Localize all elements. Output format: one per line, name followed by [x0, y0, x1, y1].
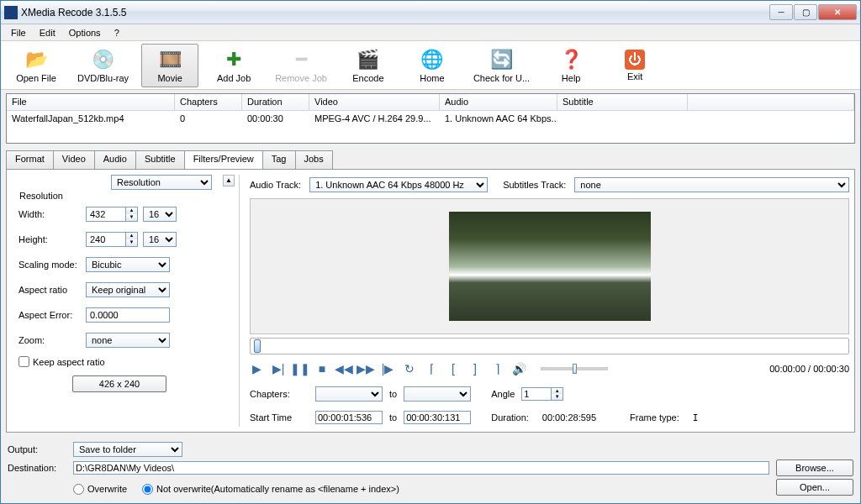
preview-image	[449, 212, 651, 321]
height-input[interactable]	[86, 232, 126, 247]
duration-label: Duration:	[491, 412, 529, 423]
forward-icon[interactable]: ▶▶	[359, 362, 372, 375]
width-spinner[interactable]: ▲▼	[126, 207, 138, 222]
film-icon: 🎞️	[158, 48, 182, 71]
overwrite-radio-label[interactable]: Overwrite	[73, 484, 127, 495]
cell-file: WaterfallJapan_512kb.mp4	[7, 111, 175, 128]
seek-thumb[interactable]	[254, 339, 261, 353]
angle-spinner[interactable]: ▲▼	[552, 387, 563, 401]
scaling-label: Scaling mode:	[18, 260, 86, 270]
height-step-select[interactable]: 16	[143, 232, 177, 247]
volume-thumb[interactable]	[573, 364, 577, 374]
tab-filters-preview[interactable]: Filters/Preview	[184, 150, 263, 169]
col-chapters[interactable]: Chapters	[175, 94, 242, 110]
height-spinner[interactable]: ▲▼	[126, 232, 138, 247]
width-label: Width:	[18, 209, 86, 219]
mark-in-icon[interactable]: ⌈	[425, 362, 438, 375]
left-scrollbar[interactable]: ▲	[222, 175, 235, 427]
movie-button[interactable]: 🎞️Movie	[141, 44, 198, 87]
cell-duration: 00:00:30	[242, 111, 309, 128]
step-forward-icon[interactable]: |▶	[381, 362, 394, 375]
file-list[interactable]: File Chapters Duration Video Audio Subti…	[6, 93, 855, 144]
loop-icon[interactable]: ↻	[403, 362, 416, 375]
seek-slider[interactable]	[250, 338, 849, 354]
menu-file[interactable]: File	[4, 26, 33, 39]
next-icon[interactable]: ▶|	[272, 362, 285, 375]
scroll-up-icon[interactable]: ▲	[223, 175, 235, 186]
rewind-icon[interactable]: ◀◀	[337, 362, 351, 375]
browse-button[interactable]: Browse...	[776, 459, 853, 476]
aspect-label: Aspect ratio	[18, 285, 86, 295]
destination-input[interactable]	[73, 461, 769, 475]
dvd-button[interactable]: 💿DVD/Blu-ray	[71, 44, 135, 87]
file-row[interactable]: WaterfallJapan_512kb.mp4 0 00:00:30 MPEG…	[7, 111, 854, 128]
col-file[interactable]: File	[7, 94, 175, 110]
col-duration[interactable]: Duration	[242, 94, 309, 110]
open-file-button[interactable]: 📂Open File	[8, 44, 65, 87]
plus-icon: ✚	[222, 48, 246, 71]
tab-video[interactable]: Video	[53, 150, 95, 169]
zoom-select[interactable]: none	[86, 333, 170, 348]
keep-aspect-label: Keep aspect ratio	[33, 357, 105, 367]
angle-label: Angle	[491, 389, 515, 399]
width-step-select[interactable]: 16	[143, 207, 177, 222]
encode-button[interactable]: 🎬Encode	[340, 44, 397, 87]
stop-icon[interactable]: ■	[315, 362, 329, 375]
help-button[interactable]: ❓Help	[542, 44, 600, 87]
volume-icon[interactable]: 🔊	[512, 362, 526, 375]
app-icon	[4, 6, 18, 19]
aspect-error-input[interactable]	[86, 307, 170, 323]
filter-type-select[interactable]: Resolution	[111, 175, 212, 190]
tab-subtitle[interactable]: Subtitle	[135, 150, 185, 169]
volume-slider[interactable]	[541, 367, 608, 370]
tab-audio[interactable]: Audio	[94, 150, 136, 169]
subtitles-track-select[interactable]: none	[574, 177, 849, 192]
output-section: Output: Save to folder Destination: Brow…	[1, 436, 860, 503]
refresh-icon: 🔄	[490, 48, 514, 71]
resolution-button[interactable]: 426 x 240	[72, 375, 166, 392]
col-video[interactable]: Video	[309, 94, 440, 110]
menu-help[interactable]: ?	[108, 26, 126, 39]
add-job-button[interactable]: ✚Add Job	[205, 44, 262, 87]
aspect-select[interactable]: Keep original	[86, 282, 170, 297]
tab-tag[interactable]: Tag	[262, 150, 296, 169]
maximize-button[interactable]: ▢	[794, 4, 817, 20]
end-time-input[interactable]	[404, 411, 471, 424]
height-label: Height:	[18, 234, 86, 244]
frame-type-value: I	[693, 412, 699, 423]
minimize-button[interactable]: ─	[769, 4, 793, 20]
remove-job-button[interactable]: ━Remove Job	[269, 44, 333, 87]
overwrite-radio[interactable]	[73, 484, 84, 495]
open-button[interactable]: Open...	[776, 479, 853, 496]
scaling-select[interactable]: Bicubic	[86, 257, 170, 272]
col-subtitle[interactable]: Subtitle	[557, 94, 688, 110]
start-time-input[interactable]	[315, 411, 383, 424]
tab-jobs[interactable]: Jobs	[295, 150, 333, 169]
menu-options[interactable]: Options	[62, 26, 108, 39]
destination-label: Destination:	[8, 463, 66, 473]
menu-edit[interactable]: Edit	[33, 26, 62, 39]
toolbar: 📂Open File 💿DVD/Blu-ray 🎞️Movie ✚Add Job…	[1, 41, 860, 90]
home-button[interactable]: 🌐Home	[404, 44, 461, 87]
cell-subtitle	[557, 111, 688, 128]
width-input[interactable]	[86, 207, 126, 222]
bracket-left-icon[interactable]: [	[446, 362, 460, 375]
not-overwrite-radio[interactable]	[142, 484, 153, 495]
not-overwrite-radio-label[interactable]: Not overwrite(Automatically rename as <f…	[142, 484, 399, 495]
aspect-error-label: Aspect Error:	[18, 310, 86, 320]
check-update-button[interactable]: 🔄Check for U...	[467, 44, 536, 87]
mark-out-icon[interactable]: ⌉	[490, 362, 504, 375]
exit-button[interactable]: ⏻Exit	[606, 44, 663, 87]
bracket-right-icon[interactable]: ]	[468, 362, 482, 375]
tab-format[interactable]: Format	[6, 150, 54, 169]
chapter-to-select[interactable]	[404, 386, 471, 402]
audio-track-select[interactable]: 1. Unknown AAC 64 Kbps 48000 Hz	[309, 177, 488, 192]
col-audio[interactable]: Audio	[440, 94, 557, 110]
chapter-from-select[interactable]	[315, 386, 383, 402]
output-mode-select[interactable]: Save to folder	[73, 442, 182, 457]
pause-icon[interactable]: ❚❚	[293, 362, 307, 375]
close-button[interactable]: ✕	[818, 4, 857, 20]
play-icon[interactable]: ▶	[250, 362, 263, 375]
angle-input[interactable]	[521, 387, 552, 401]
keep-aspect-checkbox[interactable]	[18, 356, 29, 367]
